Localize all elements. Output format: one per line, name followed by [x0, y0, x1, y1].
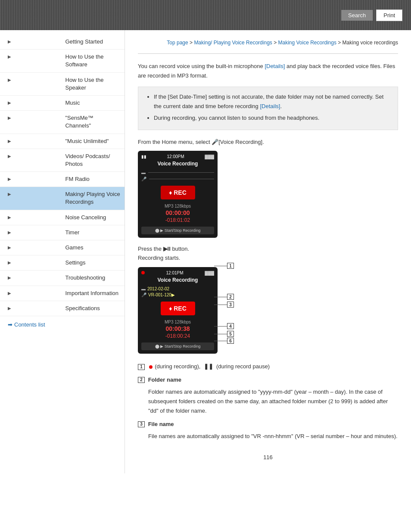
device2-battery: ▓▓▓ [205, 271, 214, 275]
contents-list-arrow: ➡ [8, 321, 12, 328]
sidebar-label-9: Noise Canceling [65, 214, 121, 221]
breadcrumb-making-playing[interactable]: Making/ Playing Voice Recordings [194, 40, 272, 46]
num-item-2-title: Folder name [148, 376, 181, 383]
callout-3-box: 3 [227, 302, 234, 308]
callout-1-line [214, 266, 227, 266]
sidebar-item-15[interactable]: ▶Specifications [0, 301, 125, 316]
sidebar-item-12[interactable]: ▶Settings [0, 255, 125, 271]
device2-file-name: VR-001-120▶ [148, 292, 175, 297]
main-content: Top page > Making/ Playing Voice Recordi… [125, 30, 411, 473]
callout-4-line [214, 326, 227, 327]
device2-folder-line: ▬ 2012-02-02 [141, 286, 214, 291]
device1-title: Voice Recording [141, 161, 214, 167]
sidebar-item-10[interactable]: ▶Timer [0, 225, 125, 240]
sidebar-arrow-15: ▶ [8, 305, 63, 311]
numbered-item-3: 3 File name [138, 420, 398, 429]
callout-3-line [214, 305, 227, 305]
sidebar-arrow-8: ▶ [8, 191, 63, 197]
sidebar-item-9[interactable]: ▶Noise Canceling [0, 210, 125, 225]
callout-4-container: 4 [214, 323, 234, 329]
info-item-2: During recording, you cannot listen to s… [154, 113, 390, 123]
pause-bars: ❚❚ [204, 363, 213, 370]
page-number: 116 [138, 454, 398, 460]
device2-status-bar: 12:01PM ▓▓▓ [141, 271, 214, 275]
sidebar-arrow-6: ▶ [8, 153, 63, 159]
sidebar-item-2[interactable]: ▶How to Use the Speaker [0, 73, 125, 96]
device1-status-bar: ▮▮ 12:00PM ▓▓▓ [141, 154, 214, 159]
callout-6-container: 6 [214, 338, 234, 344]
callout-5-line [214, 334, 227, 334]
num-item-3-content: File names are automatically assigned to… [148, 432, 398, 441]
step2-sub: Recording starts. [138, 255, 180, 261]
print-button[interactable]: Print [376, 9, 402, 21]
sidebar-arrow-13: ▶ [8, 275, 63, 281]
sidebar-item-3[interactable]: ▶Music [0, 96, 125, 111]
info-list: If the [Set Date-Time] setting is not ac… [146, 92, 390, 122]
sidebar-label-0: Getting Started [65, 38, 121, 46]
device1-menu1: ▬ [141, 170, 214, 175]
breadcrumb-top[interactable]: Top page [167, 40, 188, 46]
device1-footer: ⬤ ▶ Start/Stop Recording [141, 227, 214, 234]
device2-screen: 12:01PM ▓▓▓ Voice Recording ▬ 2012-02-02… [138, 267, 218, 354]
callout-5-box: 5 [227, 331, 234, 337]
sidebar-item-0[interactable]: ▶Getting Started [0, 34, 125, 50]
sidebar-label-2: How to Use the Speaker [65, 76, 121, 92]
device2-time: 12:01PM [166, 271, 184, 275]
sidebar-label-4: "SensMe™ Channels" [65, 114, 121, 130]
details-link-2[interactable]: [Details] [260, 103, 280, 109]
details-link-1[interactable]: [Details] [265, 63, 285, 69]
sidebar-label-7: FM Radio [65, 175, 121, 183]
device1-rec-btn: ♦ REC [161, 186, 195, 199]
device1-menu2-line [149, 179, 214, 179]
info-box: If the [Set Date-Time] setting is not ac… [138, 87, 398, 130]
sidebar-arrow-12: ▶ [8, 260, 63, 266]
step1-label: From the Home menu, select 🎤[Voice Recor… [138, 138, 398, 147]
device1-menu1-icon: ▬ [141, 170, 146, 175]
num-box-1: 1 [138, 364, 145, 370]
device2-screen-wrapper: 1 12:01PM ▓▓▓ Voice Recording ▬ 2012-02-… [138, 267, 218, 354]
sidebar-arrow-4: ▶ [8, 115, 63, 121]
num-box-2: 2 [138, 377, 145, 383]
sidebar-item-1[interactable]: ▶How to Use the Software [0, 50, 125, 72]
sidebar-item-13[interactable]: ▶Troubleshooting [0, 271, 125, 286]
sidebar: ▶Getting Started▶How to Use the Software… [0, 30, 125, 473]
sidebar-label-11: Games [65, 244, 121, 252]
sidebar-label-13: Troubleshooting [65, 274, 121, 282]
sidebar-item-8[interactable]: ▶Making/ Playing Voice Recordings [0, 187, 125, 210]
folder-icon: ▬ [141, 286, 146, 291]
device2-folder-name: 2012-02-02 [147, 286, 169, 291]
sidebar-item-6[interactable]: ▶Videos/ Podcasts/ Photos [0, 149, 125, 172]
contents-list-link[interactable]: ➡ Contents list [0, 316, 125, 331]
sidebar-item-11[interactable]: ▶Games [0, 240, 125, 255]
device2-countdown: -018:00:24 [141, 333, 214, 339]
callout-3-container: 3 [214, 302, 234, 308]
device2-title: Voice Recording [141, 277, 214, 283]
callout-6-line [214, 341, 227, 341]
sidebar-label-10: Timer [65, 229, 121, 236]
callout-5-container: 5 [214, 331, 234, 337]
num-item-3-title: File name [148, 421, 174, 427]
sidebar-item-14[interactable]: ▶Important Information [0, 286, 125, 301]
device2-rec-dot [141, 271, 145, 275]
breadcrumb-making-voice[interactable]: Making Voice Recordings [278, 40, 336, 46]
device2-file-line: 🎤 VR-001-120▶ [141, 292, 214, 297]
device1-pause-icon: ▮▮ [141, 154, 146, 159]
sidebar-label-14: Important Information [65, 289, 121, 297]
sidebar-item-5[interactable]: ▶"Music Unlimited" [0, 134, 125, 149]
sidebar-label-12: Settings [65, 259, 121, 267]
search-button[interactable]: Search [341, 10, 373, 21]
device1-battery: ▓▓▓ [205, 154, 214, 159]
step2-label: Press the ▶II button. Recording starts. [138, 245, 398, 263]
device1-time: 12:00PM [167, 154, 184, 159]
device1-menu2-icon: 🎤 [141, 177, 146, 181]
device1-time-display: 00:00:00 [141, 209, 214, 216]
intro-text: You can record voice using the built-in … [138, 62, 398, 81]
sidebar-label-5: "Music Unlimited" [65, 137, 121, 145]
sidebar-item-7[interactable]: ▶FM Radio [0, 172, 125, 187]
num-item-1-title: (during recording), ❚❚ (during record pa… [148, 363, 270, 370]
sidebar-label-6: Videos/ Podcasts/ Photos [65, 152, 121, 168]
device1-screen: ▮▮ 12:00PM ▓▓▓ Voice Recording ▬ 🎤 ♦ REC… [138, 151, 218, 238]
sidebar-item-4[interactable]: ▶"SensMe™ Channels" [0, 111, 125, 134]
sidebar-label-3: Music [65, 99, 121, 107]
callout-6-box: 6 [227, 338, 234, 344]
